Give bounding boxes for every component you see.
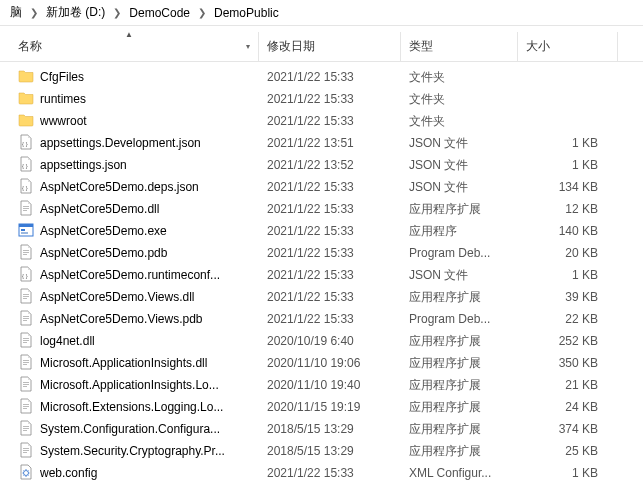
json-icon: { } — [18, 178, 34, 197]
exe-icon — [18, 222, 34, 241]
cell-name: wwwroot — [18, 112, 259, 131]
table-row[interactable]: AspNetCore5Demo.Views.pdb2021/1/22 15:33… — [0, 308, 643, 330]
svg-rect-28 — [23, 386, 27, 387]
table-row[interactable]: wwwroot2021/1/22 15:33文件夹 — [0, 110, 643, 132]
breadcrumb[interactable]: 脑 ❯ 新加卷 (D:) ❯ DemoCode ❯ DemoPublic — [0, 0, 643, 26]
cell-date: 2021/1/22 15:33 — [259, 202, 401, 216]
folder-icon — [18, 68, 34, 87]
dll-icon — [18, 420, 34, 439]
file-name: AspNetCore5Demo.pdb — [40, 246, 167, 260]
cell-name: CfgFiles — [18, 68, 259, 87]
column-headers: ▲ 名称 ▾ 修改日期 类型 大小 — [0, 32, 643, 62]
cell-name: { }appsettings.json — [18, 156, 259, 175]
cell-size: 20 KB — [518, 246, 608, 260]
table-row[interactable]: System.Security.Cryptography.Pr...2018/5… — [0, 440, 643, 462]
cell-date: 2021/1/22 13:52 — [259, 158, 401, 172]
table-row[interactable]: runtimes2021/1/22 15:33文件夹 — [0, 88, 643, 110]
cell-name: runtimes — [18, 90, 259, 109]
dll-icon — [18, 200, 34, 219]
dll-icon — [18, 442, 34, 461]
cell-size: 39 KB — [518, 290, 608, 304]
column-size-label: 大小 — [526, 38, 550, 55]
cell-type: 文件夹 — [401, 91, 518, 108]
cell-name: AspNetCore5Demo.Views.dll — [18, 288, 259, 307]
table-row[interactable]: System.Configuration.Configura...2018/5/… — [0, 418, 643, 440]
column-type[interactable]: 类型 — [401, 32, 518, 61]
svg-text:{ }: { } — [22, 185, 28, 191]
json-icon: { } — [18, 134, 34, 153]
cell-type: XML Configur... — [401, 466, 518, 480]
table-row[interactable]: web.config2021/1/22 15:33XML Configur...… — [0, 462, 643, 484]
cell-date: 2021/1/22 15:33 — [259, 268, 401, 282]
cell-type: Program Deb... — [401, 246, 518, 260]
json-icon: { } — [18, 266, 34, 285]
file-name: appsettings.json — [40, 158, 127, 172]
file-name: runtimes — [40, 92, 86, 106]
svg-rect-27 — [23, 384, 29, 385]
file-list: CfgFiles2021/1/22 15:33文件夹runtimes2021/1… — [0, 62, 643, 484]
dll-icon — [18, 332, 34, 351]
table-row[interactable]: AspNetCore5Demo.exe2021/1/22 15:33应用程序14… — [0, 220, 643, 242]
cell-type: 应用程序扩展 — [401, 443, 518, 460]
dll-icon — [18, 376, 34, 395]
cell-date: 2021/1/22 15:33 — [259, 180, 401, 194]
svg-rect-32 — [23, 426, 29, 427]
file-name: AspNetCore5Demo.dll — [40, 202, 159, 216]
file-name: AspNetCore5Demo.Views.dll — [40, 290, 195, 304]
svg-rect-10 — [23, 250, 29, 251]
column-size[interactable]: 大小 — [518, 32, 618, 61]
cell-name: Microsoft.Extensions.Logging.Lo... — [18, 398, 259, 417]
cell-name: Microsoft.ApplicationInsights.dll — [18, 354, 259, 373]
crumb-3[interactable]: DemoPublic — [210, 4, 283, 22]
table-row[interactable]: { }AspNetCore5Demo.deps.json2021/1/22 15… — [0, 176, 643, 198]
table-row[interactable]: Microsoft.ApplicationInsights.dll2020/11… — [0, 352, 643, 374]
table-row[interactable]: CfgFiles2021/1/22 15:33文件夹 — [0, 66, 643, 88]
column-date[interactable]: 修改日期 — [259, 32, 401, 61]
column-date-label: 修改日期 — [267, 38, 315, 55]
svg-rect-37 — [23, 452, 27, 453]
table-row[interactable]: { }AspNetCore5Demo.runtimeconf...2021/1/… — [0, 264, 643, 286]
table-row[interactable]: log4net.dll2020/10/19 6:40应用程序扩展252 KB — [0, 330, 643, 352]
cell-date: 2020/11/10 19:06 — [259, 356, 401, 370]
cell-name: AspNetCore5Demo.exe — [18, 222, 259, 241]
svg-rect-26 — [23, 382, 29, 383]
table-row[interactable]: { }appsettings.Development.json2021/1/22… — [0, 132, 643, 154]
svg-rect-7 — [19, 224, 33, 227]
crumb-0[interactable]: 脑 — [6, 2, 26, 23]
cell-date: 2021/1/22 15:33 — [259, 312, 401, 326]
cell-size: 1 KB — [518, 466, 608, 480]
svg-rect-25 — [23, 364, 27, 365]
cell-size: 24 KB — [518, 400, 608, 414]
svg-rect-17 — [23, 316, 29, 317]
table-row[interactable]: Microsoft.ApplicationInsights.Lo...2020/… — [0, 374, 643, 396]
svg-rect-14 — [23, 294, 29, 295]
crumb-2[interactable]: DemoCode — [125, 4, 194, 22]
file-name: AspNetCore5Demo.Views.pdb — [40, 312, 203, 326]
cell-name: log4net.dll — [18, 332, 259, 351]
crumb-1[interactable]: 新加卷 (D:) — [42, 2, 109, 23]
cell-type: JSON 文件 — [401, 157, 518, 174]
svg-rect-15 — [23, 296, 29, 297]
svg-rect-9 — [21, 232, 28, 234]
cell-date: 2021/1/22 15:33 — [259, 224, 401, 238]
table-row[interactable]: AspNetCore5Demo.dll2021/1/22 15:33应用程序扩展… — [0, 198, 643, 220]
file-name: System.Security.Cryptography.Pr... — [40, 444, 225, 458]
cell-name: { }AspNetCore5Demo.deps.json — [18, 178, 259, 197]
column-name[interactable]: ▲ 名称 ▾ — [0, 32, 259, 61]
file-name: AspNetCore5Demo.runtimeconf... — [40, 268, 220, 282]
table-row[interactable]: AspNetCore5Demo.Views.dll2021/1/22 15:33… — [0, 286, 643, 308]
dropdown-icon[interactable]: ▾ — [246, 42, 250, 51]
cell-type: Program Deb... — [401, 312, 518, 326]
cell-date: 2020/10/19 6:40 — [259, 334, 401, 348]
svg-rect-5 — [23, 210, 27, 211]
table-row[interactable]: AspNetCore5Demo.pdb2021/1/22 15:33Progra… — [0, 242, 643, 264]
table-row[interactable]: Microsoft.Extensions.Logging.Lo...2020/1… — [0, 396, 643, 418]
cell-type: 应用程序扩展 — [401, 289, 518, 306]
svg-text:{ }: { } — [22, 273, 28, 279]
cell-type: JSON 文件 — [401, 135, 518, 152]
cell-size: 22 KB — [518, 312, 608, 326]
cell-type: JSON 文件 — [401, 179, 518, 196]
table-row[interactable]: { }appsettings.json2021/1/22 13:52JSON 文… — [0, 154, 643, 176]
cell-date: 2021/1/22 15:33 — [259, 290, 401, 304]
cell-date: 2018/5/15 13:29 — [259, 422, 401, 436]
